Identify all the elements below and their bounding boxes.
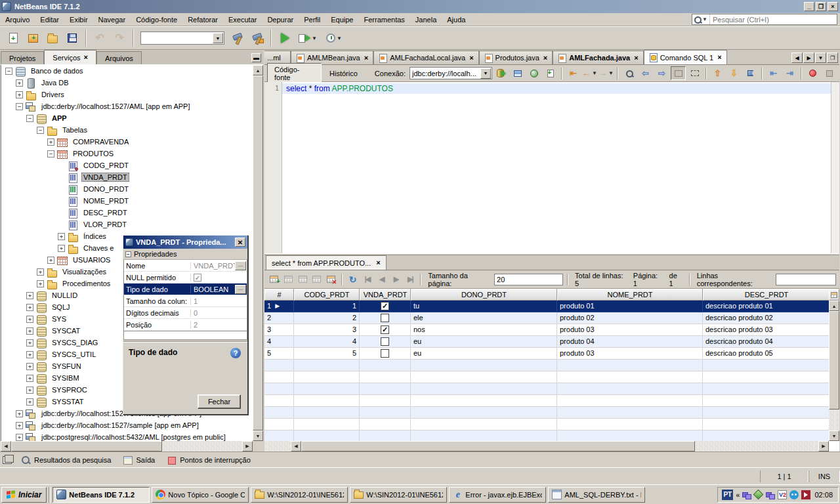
- editor-tab-amlfachada-java[interactable]: AMLFachada.java×: [553, 51, 643, 64]
- expand-icon[interactable]: +: [16, 410, 23, 417]
- taskbar-button-aml-sql-derby-txt-bl[interactable]: AML_SQL-DERBY.txt - Bl...: [548, 487, 645, 503]
- connection-dropdown-icon[interactable]: ▼: [480, 68, 491, 79]
- expand-icon[interactable]: +: [37, 280, 44, 287]
- scroll-up-icon[interactable]: ▲: [829, 301, 839, 311]
- messenger-tray-icon[interactable]: [789, 490, 799, 499]
- back-button[interactable]: ←▼: [582, 66, 597, 80]
- taskbar-button-w-sin2012-01-ine5612[interactable]: W:\SIN2012-01\INE5612...: [251, 487, 348, 503]
- find-previous-button[interactable]: ⇦: [638, 66, 653, 80]
- vnda-checkbox[interactable]: ✓: [381, 302, 389, 310]
- tree-item-desc-prdt[interactable]: DESC_PRDT: [1, 207, 253, 219]
- connection-design-button[interactable]: [510, 66, 525, 80]
- collapse-icon[interactable]: −: [26, 115, 33, 122]
- previous-bookmark-button[interactable]: ⇧: [710, 66, 725, 80]
- tray-chevron-icon[interactable]: «: [736, 491, 740, 499]
- expand-icon[interactable]: +: [26, 327, 33, 335]
- insert-record-button[interactable]: +: [268, 274, 280, 285]
- collapse-icon[interactable]: −: [5, 68, 12, 75]
- tree-item-nome-prdt[interactable]: NOME_PRDT: [1, 195, 253, 207]
- tab-projetos[interactable]: Projetos: [1, 51, 44, 64]
- taskbar-button-w-sin2012-01-ine5612[interactable]: W:\SIN2012-01\INE5612...: [350, 487, 447, 503]
- tab-arquivos[interactable]: Arquivos: [96, 51, 142, 64]
- properties-section-header[interactable]: − Propriedades: [123, 249, 247, 260]
- bottom-window-pontos-de-interrup-o[interactable]: Pontos de interrupção: [164, 454, 253, 466]
- tree-item-drivers[interactable]: +Drivers: [1, 89, 253, 100]
- dialog-title-bar[interactable]: VNDA_PRDT - Proprieda... ✕: [123, 236, 247, 249]
- tree-item-dono-prdt[interactable]: DONO_PRDT: [1, 183, 253, 195]
- combobox-arrow-icon[interactable]: ▼: [213, 33, 223, 43]
- page-size-input[interactable]: [494, 274, 563, 285]
- expand-icon[interactable]: +: [26, 363, 33, 370]
- tree-item-jdbc-derby-localhost-1527-sample-app-em-[interactable]: +jdbc:derby://localhost:1527/sample [app…: [1, 419, 253, 431]
- v2-tray-icon[interactable]: V2: [778, 490, 787, 499]
- collapse-icon[interactable]: −: [125, 251, 131, 257]
- close-button[interactable]: ×: [828, 2, 838, 11]
- tree-item-jdbc-derby-localhost-1527-aml-app-em-app[interactable]: −jdbc:derby://localhost:1527/AML [app em…: [1, 100, 253, 112]
- scroll-right-icon[interactable]: ▶: [818, 441, 829, 452]
- history-view-button[interactable]: Histórico: [323, 68, 364, 79]
- ellipsis-button[interactable]: ...: [235, 285, 246, 294]
- menu-exibir[interactable]: Exibir: [64, 14, 93, 26]
- grid-vertical-scrollbar[interactable]: ▲ ▼: [829, 301, 839, 441]
- property-row-posi-o[interactable]: Posição2: [124, 319, 247, 331]
- column-header-desc-prdt[interactable]: DESC_PRDT: [703, 289, 830, 301]
- menu-equipe[interactable]: Equipe: [326, 14, 358, 26]
- debug-dropdown-icon[interactable]: ▼: [312, 35, 317, 41]
- menu-arquivo[interactable]: Arquivo: [0, 14, 35, 26]
- vnda-checkbox[interactable]: [381, 337, 389, 346]
- tree-item-vnda-prdt[interactable]: VNDA_PRDT: [1, 171, 253, 183]
- close-icon[interactable]: ×: [469, 54, 473, 62]
- expand-icon[interactable]: +: [26, 398, 33, 406]
- panel-minimize-button[interactable]: ▬: [251, 53, 261, 62]
- menu-executar[interactable]: Executar: [223, 14, 262, 26]
- network2-tray-icon[interactable]: [766, 490, 775, 499]
- grid-horizontal-scrollbar[interactable]: ◀ ▶: [264, 441, 829, 452]
- sql-statement-line[interactable]: select * from APP.PRODUTOS: [282, 83, 831, 94]
- vnda-checkbox[interactable]: [381, 314, 389, 322]
- scroll-left-icon[interactable]: ◀: [291, 441, 301, 452]
- language-indicator[interactable]: PT: [722, 490, 733, 500]
- tree-item-app[interactable]: −APP: [1, 112, 253, 124]
- stop-macro-button[interactable]: [822, 66, 837, 80]
- shift-left-button[interactable]: ⇤: [766, 66, 781, 80]
- menu-navegar[interactable]: Navegar: [93, 14, 131, 26]
- close-icon[interactable]: ×: [717, 54, 721, 61]
- null-permitted-checkbox[interactable]: ✓: [194, 274, 201, 282]
- scroll-up-icon[interactable]: ▲: [253, 65, 263, 75]
- last-edit-position-button[interactable]: ⇤: [566, 66, 581, 80]
- run-sql-button[interactable]: [494, 66, 509, 80]
- search-icon[interactable]: ▼: [692, 14, 710, 24]
- table-row[interactable]: 44euproduto 04descricao produto 04: [264, 336, 829, 348]
- tree-vertical-scrollbar[interactable]: ▲ ▼: [253, 65, 263, 441]
- scroll-tabs-left-button[interactable]: ◀: [791, 52, 803, 63]
- property-row-null-permitido[interactable]: NULL permitido✓: [124, 272, 247, 284]
- menu-c-digo-fonte[interactable]: Código-fonte: [131, 14, 182, 26]
- run-project-button[interactable]: [276, 29, 294, 47]
- tree-item-codg-prdt[interactable]: CODG_PRDT: [1, 159, 253, 171]
- build-project-button[interactable]: [228, 29, 247, 47]
- clean-build-button[interactable]: [248, 29, 266, 47]
- expand-icon[interactable]: +: [58, 233, 65, 240]
- save-all-button[interactable]: [63, 29, 81, 47]
- expand-icon[interactable]: +: [26, 292, 33, 299]
- property-row-tipo-de-dado[interactable]: Tipo de dadoBOOLEAN...: [124, 284, 247, 295]
- source-view-button[interactable]: Código-fonte: [267, 63, 322, 84]
- editor-tab-comando-sql-1[interactable]: Comando SQL 1×: [644, 50, 727, 64]
- menu-perfil[interactable]: Perfil: [299, 14, 326, 26]
- column-header-[interactable]: #: [264, 289, 294, 301]
- menu-janela[interactable]: Janela: [410, 14, 442, 26]
- matching-rows-input[interactable]: [776, 274, 836, 285]
- tree-item-java-db[interactable]: +Java DB: [1, 77, 253, 89]
- close-icon[interactable]: ×: [364, 54, 368, 62]
- minimize-button[interactable]: _: [804, 2, 814, 11]
- rectangular-selection-button[interactable]: [687, 66, 702, 80]
- close-icon[interactable]: ×: [376, 259, 380, 266]
- expand-icon[interactable]: +: [26, 339, 33, 346]
- sql-history-button[interactable]: [526, 66, 541, 80]
- expand-icon[interactable]: +: [26, 351, 33, 358]
- find-button[interactable]: [621, 66, 637, 80]
- search-input[interactable]: [710, 15, 837, 24]
- tree-item-tabelas[interactable]: −Tabelas: [1, 124, 253, 136]
- record-macro-button[interactable]: [805, 66, 820, 80]
- column-header-codg-prdt[interactable]: CODG_PRDT: [294, 289, 360, 301]
